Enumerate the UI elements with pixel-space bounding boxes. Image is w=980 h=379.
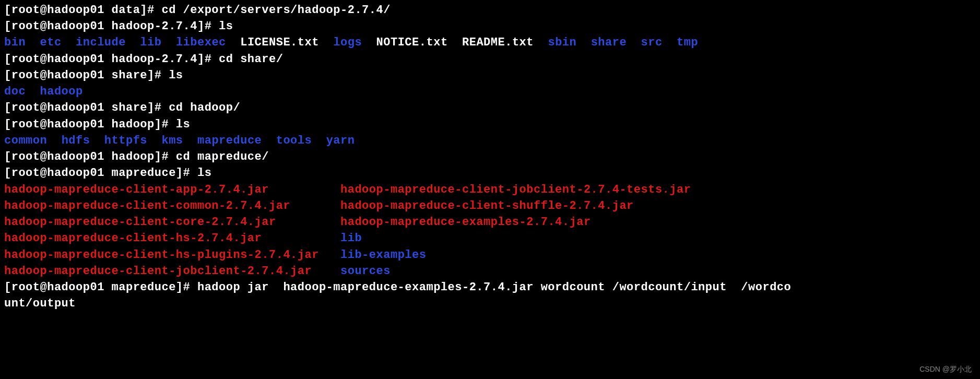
terminal-segment <box>26 36 40 49</box>
terminal-line: hadoop-mapreduce-client-jobclient-2.7.4.… <box>4 263 976 279</box>
terminal-segment: lib <box>340 232 362 245</box>
terminal-segment: [root@hadoop01 hadoop-2.7.4]# ls <box>4 20 233 33</box>
terminal-line: unt/output <box>4 295 976 312</box>
terminal-segment <box>627 36 641 49</box>
terminal-segment <box>312 265 340 278</box>
terminal-segment <box>26 85 40 98</box>
terminal-segment <box>276 216 340 229</box>
terminal-segment <box>90 134 104 147</box>
terminal-segment <box>362 36 376 49</box>
terminal-segment <box>576 36 591 49</box>
terminal-segment: hadoop-mapreduce-client-hs-plugins-2.7.4… <box>4 248 319 262</box>
terminal-segment <box>183 134 197 147</box>
terminal-segment: hadoop-mapreduce-client-jobclient-2.7.4-… <box>340 183 691 196</box>
terminal-line: hadoop-mapreduce-client-core-2.7.4.jar h… <box>4 214 976 230</box>
terminal-line: [root@hadoop01 hadoop-2.7.4]# cd share/ <box>4 51 976 67</box>
terminal-segment: NOTICE.txt <box>376 36 448 49</box>
terminal-line: [root@hadoop01 hadoop-2.7.4]# ls <box>4 18 976 34</box>
terminal-segment <box>126 36 140 49</box>
terminal-segment: logs <box>333 36 362 49</box>
terminal-segment: sources <box>340 265 391 278</box>
terminal-segment <box>448 36 462 49</box>
terminal-line: hadoop-mapreduce-client-app-2.7.4.jar ha… <box>4 182 976 198</box>
terminal-line: [root@hadoop01 share]# cd hadoop/ <box>4 100 976 116</box>
terminal-segment: README.txt <box>462 36 534 49</box>
terminal-segment: [root@hadoop01 share]# ls <box>4 69 183 82</box>
terminal-segment: yarn <box>326 134 355 147</box>
terminal-segment: bin <box>4 36 26 49</box>
terminal-segment: kms <box>161 134 183 147</box>
terminal-segment: hdfs <box>62 134 90 147</box>
terminal-segment: [root@hadoop01 mapreduce]# ls <box>4 167 211 180</box>
terminal-segment <box>62 36 76 49</box>
terminal-segment: libexec <box>176 36 226 49</box>
terminal-line: [root@hadoop01 mapreduce]# ls <box>4 165 976 181</box>
terminal-segment <box>290 199 340 212</box>
terminal-segment: hadoop-mapreduce-client-shuffle-2.7.4.ja… <box>340 199 634 212</box>
terminal-segment: [root@hadoop01 share]# cd hadoop/ <box>4 101 240 114</box>
terminal-line: bin etc include lib libexec LICENSE.txt … <box>4 34 976 51</box>
terminal-segment: sbin <box>548 36 576 49</box>
terminal-segment <box>319 248 340 262</box>
terminal-segment <box>147 134 161 147</box>
terminal-segment <box>269 183 340 196</box>
terminal-segment: hadoop-mapreduce-client-core-2.7.4.jar <box>4 216 276 229</box>
terminal-segment: lib <box>140 36 161 49</box>
terminal-segment: hadoop <box>40 85 83 98</box>
terminal-segment: include <box>76 36 126 49</box>
terminal-line: hadoop-mapreduce-client-hs-2.7.4.jar lib <box>4 230 976 246</box>
terminal-segment <box>534 36 548 49</box>
terminal-line: doc hadoop <box>4 84 976 100</box>
terminal-segment: [root@hadoop01 hadoop-2.7.4]# cd share/ <box>4 53 283 66</box>
terminal-segment: hadoop-mapreduce-examples-2.7.4.jar <box>340 216 591 229</box>
terminal-segment: httpfs <box>104 134 147 147</box>
terminal-segment: hadoop-mapreduce-client-common-2.7.4.jar <box>4 199 290 212</box>
terminal-segment: share <box>591 36 627 49</box>
terminal-line: hadoop-mapreduce-client-common-2.7.4.jar… <box>4 198 976 214</box>
terminal-line: common hdfs httpfs kms mapreduce tools y… <box>4 133 976 149</box>
terminal-segment: [root@hadoop01 mapreduce]# hadoop jar ha… <box>4 281 791 294</box>
terminal-line: [root@hadoop01 share]# ls <box>4 67 976 84</box>
terminal-segment <box>47 134 61 147</box>
terminal-line: [root@hadoop01 data]# cd /export/servers… <box>4 2 976 18</box>
terminal-segment <box>312 134 326 147</box>
terminal-line: [root@hadoop01 hadoop]# cd mapreduce/ <box>4 149 976 165</box>
terminal-segment: hadoop-mapreduce-client-app-2.7.4.jar <box>4 183 269 196</box>
terminal-segment: mapreduce <box>197 134 262 147</box>
terminal-segment: tmp <box>677 36 698 49</box>
terminal-segment: tools <box>276 134 312 147</box>
terminal-segment <box>262 134 276 147</box>
terminal-segment <box>262 232 340 245</box>
terminal-segment <box>663 36 677 49</box>
terminal-output[interactable]: [root@hadoop01 data]# cd /export/servers… <box>4 2 976 312</box>
terminal-segment <box>319 36 333 49</box>
terminal-segment: hadoop-mapreduce-client-jobclient-2.7.4.… <box>4 265 312 278</box>
terminal-segment: [root@hadoop01 data]# cd /export/servers… <box>4 4 391 17</box>
terminal-segment: lib-examples <box>340 248 426 262</box>
terminal-segment <box>226 36 240 49</box>
terminal-segment: common <box>4 134 47 147</box>
terminal-segment <box>161 36 175 49</box>
terminal-segment: doc <box>4 85 26 98</box>
terminal-line: hadoop-mapreduce-client-hs-plugins-2.7.4… <box>4 247 976 263</box>
terminal-segment: hadoop-mapreduce-client-hs-2.7.4.jar <box>4 232 262 245</box>
terminal-line: [root@hadoop01 hadoop]# ls <box>4 116 976 133</box>
terminal-segment: [root@hadoop01 hadoop]# ls <box>4 118 190 131</box>
terminal-line: [root@hadoop01 mapreduce]# hadoop jar ha… <box>4 279 976 295</box>
terminal-segment: etc <box>40 36 62 49</box>
terminal-segment: [root@hadoop01 hadoop]# cd mapreduce/ <box>4 150 269 163</box>
watermark-text: CSDN @罗小北 <box>919 364 972 375</box>
terminal-segment: src <box>641 36 663 49</box>
terminal-segment: LICENSE.txt <box>240 36 319 49</box>
terminal-segment: unt/output <box>4 297 76 310</box>
